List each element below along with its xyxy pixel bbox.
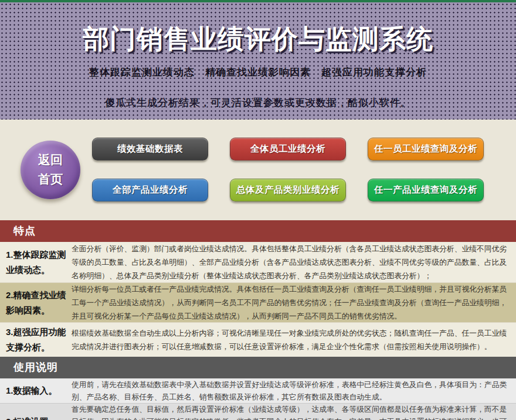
return-home-button[interactable]: 返回 首页 <box>21 141 80 199</box>
page-title: 部门销售业绩评价与监测系统 <box>0 23 516 55</box>
all-products-performance-analysis-button[interactable]: 全部产品业绩分析 <box>92 179 208 202</box>
feature-item-description: 详细分析每一位员工或者任一产品业绩完成情况。具体包括任一员工业绩查询及分析（查询… <box>72 282 516 323</box>
hero-subtitle: 整体跟踪监测业绩动态 精确查找业绩影响因素 超强应用功能支撑分析 <box>0 66 516 79</box>
any-product-performance-query-button[interactable]: 任一产品业绩查询及分析 <box>368 179 484 202</box>
usage-heading: 使用说明 <box>13 361 58 373</box>
feature-item-description: 根据绩效基础数据全自动生成以上分析内容；可视化清晰呈现任一对象业绩完成所处的优劣… <box>72 326 516 353</box>
features-section: 特点 1.整体跟踪监测业绩动态。 全面分析（评价、监测）部门或者岗位业绩达成情况… <box>0 220 516 357</box>
feature-item-overall-tracking: 1.整体跟踪监测业绩动态。 全面分析（评价、监测）部门或者岗位业绩达成情况。具体… <box>0 242 516 282</box>
feature-item-label: 3.超强应用功能支撑分析。 <box>0 325 72 355</box>
features-section-header: 特点 <box>0 220 516 242</box>
nav-panel: 返回 首页 绩效基础数据表 全体员工业绩分析 任一员工业绩查询及分析 全部产品业… <box>0 119 516 220</box>
performance-base-data-table-button[interactable]: 绩效基础数据表 <box>92 138 208 161</box>
usage-item-data-entry: 1.数据输入。 使用前，请先在绩效基础数据表中录入基础数据并设置好业绩达成等级评… <box>0 378 516 403</box>
usage-item-description: 使用前，请先在绩效基础数据表中录入基础数据并设置好业绩达成等级评价标准，表格中已… <box>72 378 516 403</box>
return-home-label-line1: 返回 <box>38 151 63 170</box>
usage-item-standard-setting: 2.标准设置。 首先要确定总任务值、目标值，然后再设置评价标准（业绩达成等级），… <box>0 403 516 420</box>
feature-item-description: 全面分析（评价、监测）部门或者岗位业绩达成情况。具体包括整体员工业绩分析（含各员… <box>72 242 516 282</box>
dashboard-page: 部门销售业绩评价与监测系统 整体跟踪监测业绩动态 精确查找业绩影响因素 超强应用… <box>0 0 516 420</box>
usage-section: 使用说明 1.数据输入。 使用前，请先在绩效基础数据表中录入基础数据并设置好业绩… <box>0 357 516 420</box>
feature-item-label: 2.精确查找业绩影响因素。 <box>0 288 72 318</box>
usage-item-label: 1.数据输入。 <box>0 383 72 398</box>
overall-category-performance-analysis-button[interactable]: 总体及产品类别业绩分析 <box>230 179 346 202</box>
features-heading: 特点 <box>13 225 36 237</box>
hero-banner: 部门销售业绩评价与监测系统 整体跟踪监测业绩动态 精确查找业绩影响因素 超强应用… <box>0 2 516 119</box>
usage-item-label: 2.标准设置。 <box>0 414 72 420</box>
nav-button-grid: 绩效基础数据表 全体员工业绩分析 任一员工业绩查询及分析 全部产品业绩分析 总体… <box>92 138 484 202</box>
feature-item-label: 1.整体跟踪监测业绩动态。 <box>0 247 72 278</box>
usage-section-header: 使用说明 <box>0 357 516 378</box>
feature-item-powerful-functions: 3.超强应用功能支撑分析。 根据绩效基础数据全自动生成以上分析内容；可视化清晰呈… <box>0 323 516 357</box>
any-employee-performance-query-button[interactable]: 任一员工业绩查询及分析 <box>368 138 484 161</box>
all-employees-performance-analysis-button[interactable]: 全体员工业绩分析 <box>230 138 346 161</box>
feature-item-precise-lookup: 2.精确查找业绩影响因素。 详细分析每一位员工或者任一产品业绩完成情况。具体包括… <box>0 282 516 323</box>
hero-tagline: 傻瓜式生成分析结果，可灵活设置参数或更改数据，酷似小软件。 <box>0 96 516 110</box>
return-home-label-line2: 首页 <box>38 170 63 189</box>
usage-item-description: 首先要确定总任务值、目标值，然后再设置评价标准（业绩达成等级），达成率、各等级区… <box>72 403 516 420</box>
